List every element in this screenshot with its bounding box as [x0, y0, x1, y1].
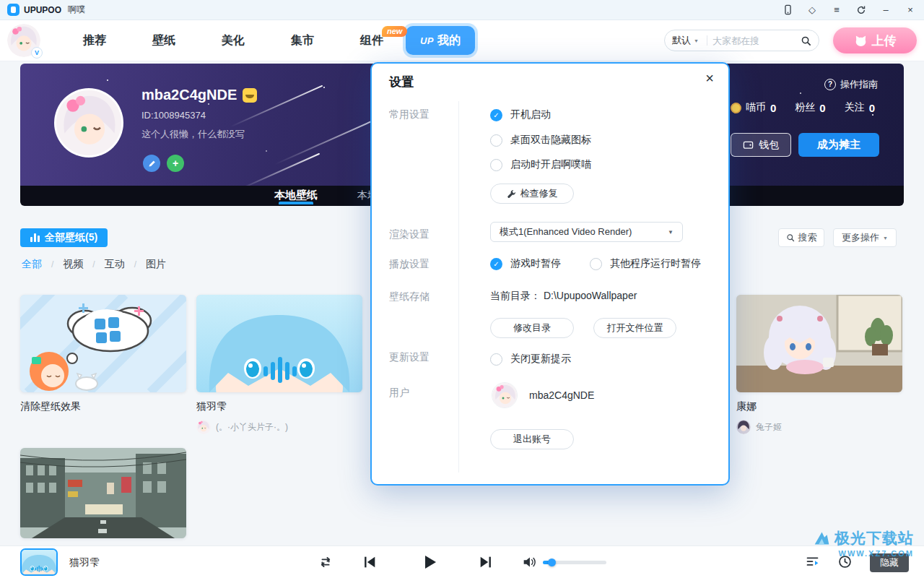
radio-unchecked-icon[interactable] [590, 258, 602, 270]
search-box[interactable]: 默认 ▼ [664, 30, 819, 51]
filter-all[interactable]: 全部 [22, 258, 42, 271]
stat-value: 0 [869, 102, 875, 114]
settings-nav-storage[interactable]: 壁纸存储 [389, 290, 430, 303]
next-icon[interactable] [478, 554, 494, 573]
close-dialog-icon[interactable]: × [701, 69, 718, 87]
window-title: 啊噗 [68, 4, 85, 16]
edit-profile-button[interactable] [143, 155, 160, 172]
stat-coins[interactable]: 喵币 0 [731, 101, 776, 114]
loop-mode-icon[interactable] [318, 554, 334, 573]
radio-unchecked-icon[interactable] [490, 159, 502, 171]
nav-mine-active-tab[interactable]: UP 我的 [406, 26, 475, 55]
vip-badge-icon: V [31, 47, 43, 59]
menu-icon[interactable]: ≡ [830, 4, 843, 17]
refresh-icon[interactable] [855, 5, 868, 15]
tab-local-wallpaper[interactable]: 本地壁纸 [253, 186, 339, 204]
nav-widgets[interactable]: 组件 [360, 33, 383, 48]
stat-label: 喵币 [746, 101, 766, 114]
cat-icon [854, 34, 868, 48]
nav-beautify[interactable]: 美化 [222, 33, 245, 48]
option-hide-desktop-icons[interactable]: 桌面双击隐藏图标 [490, 134, 591, 147]
nav-wallpaper[interactable]: 壁纸 [152, 33, 175, 48]
upload-button[interactable]: 上传 [833, 27, 917, 53]
volume-slider[interactable] [543, 561, 606, 564]
settings-nav-playback[interactable]: 播放设置 [389, 258, 430, 271]
nav-market[interactable]: 集市 [291, 33, 314, 48]
search-icon[interactable] [801, 35, 811, 46]
stat-value: 0 [770, 102, 776, 114]
stat-label: 关注 [845, 101, 865, 114]
question-icon: ? [824, 79, 836, 90]
author-name: 兔子姬 [756, 421, 782, 434]
volume-icon[interactable] [521, 554, 537, 573]
option-label: 其他程序运行时暂停 [610, 257, 701, 270]
option-close-update-tip[interactable]: 关闭更新提示 [490, 353, 571, 366]
app-name: UPUPOO [24, 5, 61, 15]
wallpaper-author[interactable]: 兔子姬 [736, 420, 902, 434]
option-label: 游戏时暂停 [510, 257, 561, 270]
open-file-location-button[interactable]: 打开文件位置 [593, 318, 676, 338]
minimize-icon[interactable]: – [879, 4, 892, 17]
author-avatar [736, 420, 751, 434]
radio-checked-icon[interactable]: ✓ [490, 258, 502, 270]
hide-player-button[interactable]: 隐藏 [870, 553, 909, 572]
library-search-button[interactable]: 搜索 [778, 228, 824, 247]
settings-nav-update[interactable]: 更新设置 [389, 351, 430, 364]
settings-nav-general[interactable]: 常用设置 [389, 108, 430, 121]
radio-unchecked-icon[interactable] [490, 134, 502, 147]
wallet-button[interactable]: 钱包 [731, 133, 791, 157]
close-window-icon[interactable]: × [904, 4, 917, 17]
nav-recommend[interactable]: 推荐 [83, 33, 106, 48]
wallpaper-count-badge: 全部壁纸(5) [20, 228, 108, 247]
search-filter-dropdown[interactable]: 默认 [672, 34, 691, 47]
more-actions-button[interactable]: 更多操作 ▼ [833, 228, 897, 247]
wallpaper-thumbnail[interactable] [736, 295, 902, 392]
filter-image[interactable]: 图片 [146, 258, 166, 271]
add-button[interactable]: + [167, 155, 184, 172]
wallpaper-thumbnail[interactable] [20, 448, 186, 538]
navbar: V 推荐 壁纸 美化 集市 组件 new UP 我的 默认 ▼ 上传 [0, 20, 924, 61]
option-pause-in-game[interactable]: ✓ 游戏时暂停 [490, 257, 561, 270]
settings-nav-user[interactable]: 用户 [389, 387, 409, 400]
storage-dir-label: 当前目录： [490, 290, 541, 301]
author-name: (。·小丫头片子·。) [216, 421, 288, 434]
guide-link[interactable]: ? 操作指南 [824, 78, 878, 91]
upload-label: 上传 [872, 33, 897, 49]
history-clock-icon[interactable] [837, 554, 853, 572]
wallpaper-thumbnail[interactable] [20, 295, 186, 392]
radio-unchecked-icon[interactable] [490, 353, 502, 366]
check-repair-button[interactable]: 检查修复 [490, 184, 574, 204]
option-start-pet[interactable]: 启动时开启啊噗喵 [490, 158, 591, 171]
settings-user-avatar [492, 382, 518, 408]
become-vendor-button[interactable]: 成为摊主 [798, 133, 879, 157]
stat-followers[interactable]: 粉丝 0 [795, 101, 825, 114]
search-input[interactable] [712, 35, 801, 46]
profile-avatar[interactable] [54, 88, 123, 158]
previous-icon[interactable] [362, 554, 378, 573]
device-mode-icon[interactable] [781, 4, 794, 15]
chevron-down-icon: ▼ [883, 236, 888, 241]
stat-following[interactable]: 关注 0 [845, 101, 875, 114]
logout-button[interactable]: 退出账号 [490, 429, 574, 449]
wallpaper-author[interactable]: (。·小丫头片子·。) [196, 420, 362, 434]
option-label: 开机启动 [510, 108, 551, 121]
playlist-icon[interactable] [805, 554, 820, 572]
option-label: 桌面双击隐藏图标 [510, 134, 591, 147]
storage-directory: 当前目录： D:\UpupooWallpaper [490, 290, 637, 303]
user-avatar[interactable]: V [7, 24, 40, 57]
play-icon[interactable] [421, 553, 438, 574]
coin-icon [731, 103, 741, 113]
now-playing-thumbnail[interactable] [20, 548, 58, 576]
change-directory-button[interactable]: 修改目录 [490, 318, 574, 338]
wallpaper-thumbnail[interactable] [196, 295, 362, 392]
new-badge: new [382, 26, 407, 37]
filter-interactive[interactable]: 互动 [105, 258, 125, 271]
render-mode-select[interactable]: 模式1(Enhanced Video Render) ▼ [490, 222, 683, 242]
diamond-icon[interactable]: ◇ [806, 4, 819, 17]
option-pause-other-apps[interactable]: 其他程序运行时暂停 [590, 257, 701, 270]
filter-video[interactable]: 视频 [63, 258, 83, 271]
option-autostart[interactable]: ✓ 开机启动 [490, 108, 551, 121]
radio-checked-icon[interactable]: ✓ [490, 109, 502, 121]
volume-handle[interactable] [548, 558, 556, 566]
settings-nav-render[interactable]: 渲染设置 [389, 228, 430, 241]
